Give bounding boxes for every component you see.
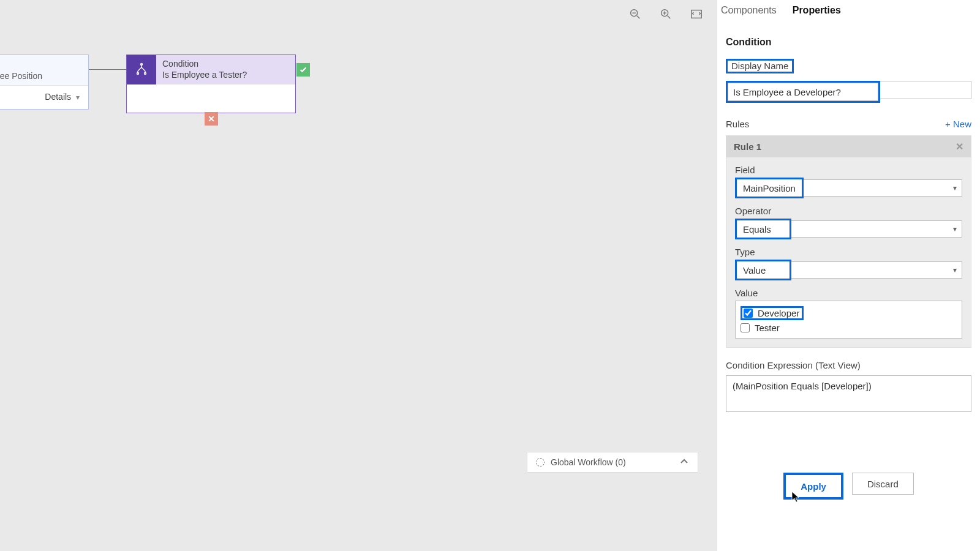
rule-field-select[interactable]: MainPosition [737,179,802,197]
condition-node[interactable]: Condition Is Employee a Tester? [126,54,296,113]
discard-button[interactable]: Discard [852,473,914,495]
zoom-out-icon[interactable] [628,7,642,23]
entity-node-details-toggle[interactable]: Details ▾ [0,86,88,109]
entity-node-details-label: Details [45,92,71,102]
rule-value-label: Value [735,288,962,298]
new-rule-button[interactable]: + New [945,119,971,129]
checkbox-tester[interactable] [741,323,750,332]
condition-node-type: Condition [162,59,289,70]
rule-type-select[interactable]: Value [737,261,790,279]
workflow-canvas[interactable]: ee Employee Position Details ▾ Condition… [0,0,717,551]
value-option-developer-label: Developer [758,308,799,318]
global-workflow-bar[interactable]: Global Workflow (0) [527,452,698,473]
expression-box[interactable]: (MainPosition Equals [Developer]) [726,375,971,412]
entity-node-line1: ee [0,60,81,71]
rule-operator-select[interactable]: Equals [737,220,790,238]
chevron-down-icon: ▾ [953,184,957,192]
rule-field-label: Field [735,165,962,175]
condition-node-body [127,84,295,113]
rules-label: Rules [726,119,749,129]
chevron-down-icon: ▾ [953,266,957,274]
tab-properties[interactable]: Properties [793,5,841,16]
branch-icon [127,55,156,84]
rule-field-dropdown[interactable]: ▾ [804,179,962,197]
connector-line [89,69,127,70]
rule-card: Rule 1 ✕ Field MainPosition ▾ Operator E… [726,135,971,348]
entity-node-employee-position[interactable]: ee Employee Position Details ▾ [0,54,89,110]
spinner-icon [536,458,545,467]
expression-label: Condition Expression (Text View) [726,360,971,370]
rule-type-dropdown[interactable]: ▾ [791,261,962,279]
tab-components[interactable]: Components [721,5,777,16]
chevron-up-icon[interactable] [679,457,689,468]
chevron-down-icon: ▾ [953,225,957,233]
rule-operator-label: Operator [735,206,962,216]
false-path-icon[interactable] [205,112,218,126]
global-workflow-label: Global Workflow (0) [551,457,626,467]
entity-node-line2: Employee Position [0,71,81,82]
true-path-icon[interactable] [296,63,310,77]
expression-text: (MainPosition Equals [Developer]) [733,381,872,391]
value-option-developer[interactable]: Developer [741,306,804,320]
rule-operator-dropdown[interactable]: ▾ [791,220,962,238]
display-name-input[interactable] [728,83,878,101]
fit-screen-icon[interactable] [690,7,703,23]
rule-type-label: Type [735,247,962,257]
display-name-input-extra [880,81,971,99]
value-option-tester[interactable]: Tester [741,323,957,333]
checkbox-developer[interactable] [744,309,753,318]
apply-button[interactable]: Apply [786,475,841,497]
value-option-tester-label: Tester [755,323,780,333]
properties-panel: Components Properties Condition Display … [717,0,980,551]
rule-title: Rule 1 [734,141,761,152]
display-name-label: Display Name [728,59,792,73]
chevron-down-icon: ▾ [76,93,80,102]
panel-section-title: Condition [726,37,971,48]
close-icon[interactable]: ✕ [956,141,963,152]
condition-node-title: Is Employee a Tester? [162,70,289,81]
zoom-in-icon[interactable] [659,7,673,23]
